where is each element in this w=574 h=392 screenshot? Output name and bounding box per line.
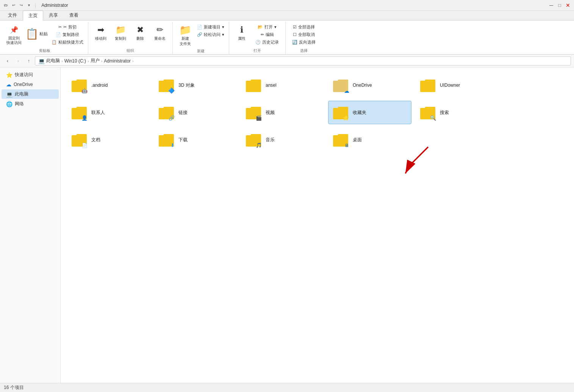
- open-button[interactable]: 📂 打开 ▾: [252, 23, 282, 31]
- folder-icon-favorites: ⭐: [332, 103, 350, 122]
- clipboard-group-label: 剪贴板: [5, 48, 85, 54]
- network-icon: 🌐: [6, 101, 13, 107]
- file-item-downloads[interactable]: ⬇ 下载: [154, 128, 237, 151]
- breadcrumb-part-1[interactable]: Win10 (C:): [64, 58, 86, 64]
- minimize-button[interactable]: ─: [548, 2, 554, 8]
- file-item-desktop[interactable]: 🖥 桌面: [328, 128, 411, 151]
- deselect-all-button[interactable]: ☐ 全部取消: [289, 31, 319, 38]
- breadcrumb-part-0[interactable]: 此电脑: [46, 58, 60, 64]
- breadcrumb-part-2[interactable]: 用户: [91, 58, 100, 64]
- open-group-label: 打开: [232, 48, 282, 54]
- file-label-contacts: 联系人: [91, 109, 105, 116]
- folder-icon-uidowner: [419, 76, 437, 94]
- window-title: Administrator: [41, 3, 68, 8]
- folder-icon-links: 🔗: [157, 103, 175, 122]
- close-button[interactable]: ✕: [565, 2, 571, 8]
- copy-path-button[interactable]: 📄 复制路径: [50, 31, 85, 38]
- ribbon-group-clipboard: 📌 固定到快速访问 📋 粘贴 ✂ ✂ 剪切 📄 复制路径: [2, 22, 88, 54]
- tab-home[interactable]: 主页: [23, 11, 43, 20]
- paste-shortcut-button[interactable]: 📋 粘贴快捷方式: [50, 39, 85, 46]
- quick-access-redo[interactable]: ↪: [18, 2, 24, 8]
- file-item-videos[interactable]: 🎬 视频: [241, 101, 324, 124]
- file-item-search[interactable]: 🔍 搜索: [415, 101, 499, 124]
- file-item-music[interactable]: 🎵 音乐: [241, 128, 324, 151]
- move-to-icon: ➡: [95, 25, 106, 35]
- tab-file[interactable]: 文件: [2, 10, 23, 20]
- new-folder-button[interactable]: 📁 新建文件夹: [176, 23, 195, 48]
- file-label-3d: 3D 对象: [178, 82, 195, 89]
- sidebar: ⭐ 快速访问 ☁ OneDrive 💻 此电脑 🌐 网络: [0, 67, 61, 383]
- delete-icon: ✖: [135, 25, 145, 35]
- invert-selection-button[interactable]: 🔄 反向选择: [289, 39, 319, 46]
- file-item-3d[interactable]: 🔷 3D 对象: [154, 73, 237, 97]
- quickaccess-icon: ⭐: [6, 72, 13, 78]
- folder-icon-videos: 🎬: [244, 103, 263, 122]
- file-label-uidowner: UIDowner: [440, 83, 460, 88]
- easy-access-icon: 🔗: [197, 32, 202, 37]
- back-button[interactable]: ‹: [3, 56, 12, 66]
- file-label-ansel: ansel: [266, 83, 277, 88]
- file-label-android: .android: [91, 83, 108, 88]
- select-all-icon: ☑: [293, 25, 297, 30]
- rename-button[interactable]: ✏ 重命名: [150, 23, 169, 42]
- paste-button[interactable]: 📋 粘贴: [24, 23, 49, 44]
- file-label-downloads: 下载: [178, 137, 188, 143]
- file-label-search: 搜索: [440, 109, 449, 116]
- folder-icon-desktop: 🖥: [332, 131, 350, 149]
- forward-button[interactable]: ›: [14, 56, 23, 66]
- sidebar-item-network[interactable]: 🌐 网络: [2, 99, 59, 109]
- pin-icon: 📌: [9, 25, 19, 35]
- copy-path-icon: 📄: [56, 32, 61, 37]
- file-item-android[interactable]: 🤖 .android: [67, 73, 150, 97]
- ribbon-group-open: ℹ 属性 📂 打开 ▾ ✏ 编辑 🕐 历史记录 打开: [229, 22, 286, 54]
- select-all-button[interactable]: ☑ 全部选择: [289, 23, 319, 31]
- sidebar-item-thispc[interactable]: 💻 此电脑: [2, 89, 59, 99]
- file-item-onedrive[interactable]: ☁ OneDrive: [328, 73, 411, 97]
- select-group-label: 选择: [289, 48, 319, 54]
- ribbon-tabs: 文件 主页 共享 查看: [0, 11, 574, 20]
- file-grid: 🤖 .android 🔷 3D 对象: [67, 73, 568, 151]
- cut-button[interactable]: ✂ ✂ 剪切: [50, 23, 85, 31]
- file-item-ansel[interactable]: ansel: [241, 73, 324, 97]
- sidebar-item-onedrive[interactable]: ☁ OneDrive: [2, 80, 59, 89]
- easy-access-button[interactable]: 🔗 轻松访问 ▾: [196, 31, 226, 38]
- new-item-icon: 📄: [197, 25, 202, 30]
- nav-bar: ‹ › ↑ 💻 此电脑 › Win10 (C:) › 用户 › Administ…: [0, 55, 574, 67]
- file-item-uidowner[interactable]: UIDowner: [415, 73, 499, 97]
- up-button[interactable]: ↑: [24, 56, 33, 66]
- tab-share[interactable]: 共享: [43, 10, 64, 20]
- organize-group-label: 组织: [91, 48, 169, 54]
- properties-button[interactable]: ℹ 属性: [232, 23, 251, 42]
- thispc-icon: 💻: [6, 91, 13, 97]
- rename-icon: ✏: [155, 25, 165, 35]
- edit-button[interactable]: ✏ 编辑: [252, 31, 282, 38]
- history-icon: 🕐: [255, 40, 261, 45]
- sidebar-item-quickaccess[interactable]: ⭐ 快速访问: [2, 70, 59, 80]
- cut-icon: ✂: [58, 25, 62, 30]
- new-item-button[interactable]: 📄 新建项目 ▾: [196, 23, 226, 31]
- folder-icon-android: 🤖: [70, 76, 88, 94]
- copy-to-icon: 📁: [115, 25, 126, 35]
- move-to-button[interactable]: ➡ 移动到: [91, 23, 110, 42]
- open-icon: 📂: [258, 25, 263, 30]
- file-item-favorites[interactable]: ⭐ 收藏夹: [328, 101, 411, 124]
- invert-selection-icon: 🔄: [292, 40, 297, 45]
- history-button[interactable]: 🕐 历史记录: [252, 39, 282, 46]
- file-item-contacts[interactable]: 👤 联系人: [67, 101, 150, 124]
- delete-button[interactable]: ✖ 删除: [131, 23, 150, 42]
- title-bar-icons: 🗁 ↩ ↪ ▾ |: [3, 2, 38, 8]
- copy-to-button[interactable]: 📁 复制到: [111, 23, 130, 42]
- folder-icon-ansel: [244, 76, 263, 94]
- title-bar: 🗁 ↩ ↪ ▾ | Administrator ─ □ ✕: [0, 0, 574, 11]
- folder-icon-downloads: ⬇: [157, 131, 175, 149]
- pin-quick-access-button[interactable]: 📌 固定到快速访问: [5, 23, 23, 46]
- quick-access-customize[interactable]: ▾: [26, 2, 32, 8]
- maximize-button[interactable]: □: [557, 2, 563, 8]
- quick-access-undo[interactable]: ↩: [11, 2, 17, 8]
- tab-view[interactable]: 查看: [64, 10, 84, 20]
- file-item-links[interactable]: 🔗 链接: [154, 101, 237, 124]
- breadcrumb-part-3[interactable]: Administrator: [104, 58, 131, 64]
- address-bar[interactable]: 💻 此电脑 › Win10 (C:) › 用户 › Administrator …: [35, 56, 571, 66]
- file-label-music: 音乐: [266, 137, 275, 143]
- file-item-documents[interactable]: 📄 文档: [67, 128, 150, 151]
